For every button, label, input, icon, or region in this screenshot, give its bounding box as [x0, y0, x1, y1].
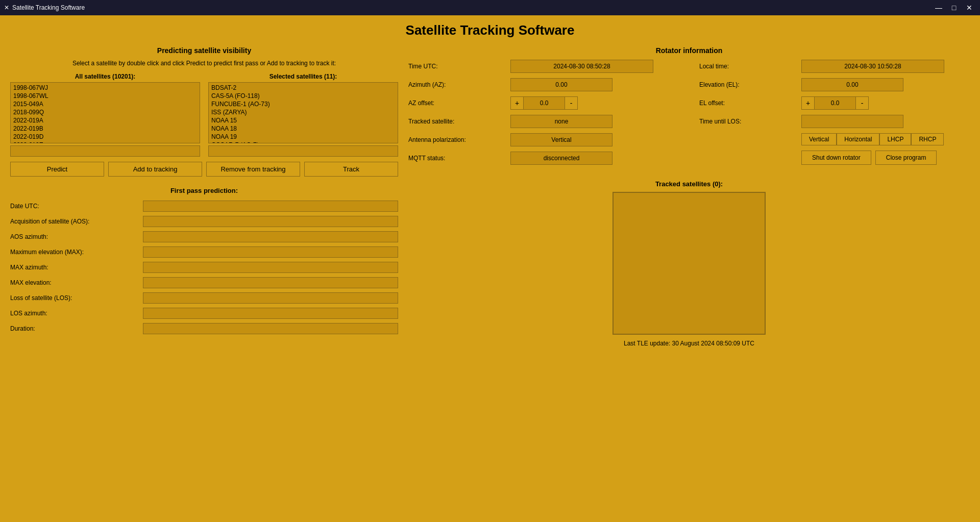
prediction-row: Maximum elevation (MAX): [10, 246, 398, 258]
tle-update-text: Last TLE update: 30 August 2024 08:50:09… [408, 340, 970, 347]
title-bar: ✕ Satellite Tracking Software — □ ✕ [0, 0, 980, 15]
polarization-buttons: VerticalHorizontalLHCPRHCP [801, 133, 944, 145]
az-offset-value: 0.0 [524, 96, 565, 110]
antenna-pol-field [510, 133, 612, 146]
all-sats-label: All satellites (10201): [10, 73, 200, 80]
azimuth-row: Azimuth (AZ): [408, 78, 679, 91]
el-offset-minus-button[interactable]: - [855, 96, 869, 110]
list-item[interactable]: 2022-019B [12, 125, 199, 133]
app-icon: ✕ [4, 4, 9, 11]
prediction-field-label: Acquisition of satellite (AOS): [10, 218, 143, 225]
mqtt-status-field [510, 152, 612, 165]
page-title: Satellite Tracking Software [10, 22, 970, 38]
selected-satellites-section: Selected satellites (11): BDSAT-2CAS-5A … [208, 73, 398, 157]
maximize-button[interactable]: □ [947, 3, 961, 13]
prediction-row: Date UTC: [10, 201, 398, 212]
azimuth-label: Azimuth (AZ): [408, 81, 510, 88]
rotator-left-col: Time UTC: Azimuth (AZ): AZ offset: + 0.0 [408, 60, 679, 170]
antenna-pol-row: Antenna polarization: [408, 133, 679, 146]
prediction-field-value [143, 292, 398, 304]
az-offset-group: + 0.0 - [510, 96, 578, 110]
close-program-button[interactable]: Close program [875, 151, 937, 165]
list-item[interactable]: CAS-5A (FO-118) [210, 92, 397, 100]
close-button[interactable]: ✕ [963, 3, 976, 13]
prediction-field-value [143, 308, 398, 319]
az-offset-plus-button[interactable]: + [510, 96, 524, 110]
polarization-button[interactable]: LHCP [879, 133, 911, 145]
main-content: Satellite Tracking Software Predicting s… [0, 15, 980, 352]
tracked-satellites-section: Tracked satellites (0): Last TLE update:… [408, 180, 970, 347]
time-utc-row: Time UTC: [408, 60, 679, 73]
el-offset-plus-button[interactable]: + [801, 96, 815, 110]
rotator-action-row: Shut down rotator Close program [699, 151, 970, 165]
all-sats-search[interactable] [10, 145, 200, 157]
azimuth-field [510, 78, 612, 91]
instruction-text: Select a satellite by double click and c… [10, 60, 398, 67]
time-until-los-label: Time until LOS: [699, 118, 801, 125]
remove-from-tracking-button[interactable]: Remove from tracking [206, 162, 300, 177]
prediction-field-value [143, 246, 398, 258]
rotator-right-col: Local time: Elevation (EL): EL offset: +… [699, 60, 970, 170]
all-satellites-list[interactable]: 1998-067WJ1998-067WL2015-049A2018-099Q20… [10, 82, 200, 143]
list-item[interactable]: 2022-019A [12, 116, 199, 125]
tracked-satellite-row: Tracked satellite: [408, 115, 679, 128]
selected-sats-label: Selected satellites (11): [208, 73, 398, 80]
antenna-pol-label: Antenna polarization: [408, 136, 510, 143]
add-to-tracking-button[interactable]: Add to tracking [108, 162, 202, 177]
local-time-field [801, 60, 944, 73]
list-item[interactable]: FUNCUBE-1 (AO-73) [210, 100, 397, 108]
list-item[interactable]: 1998-067WL [12, 92, 199, 100]
el-offset-value: 0.0 [815, 96, 855, 110]
list-item[interactable]: ISS (ZARYA) [210, 108, 397, 116]
minimize-button[interactable]: — [932, 3, 945, 13]
prediction-field-label: Maximum elevation (MAX): [10, 248, 143, 256]
prediction-row: MAX azimuth: [10, 262, 398, 273]
az-offset-label: AZ offset: [408, 100, 510, 107]
tracked-satellites-box [612, 192, 766, 335]
polarization-button[interactable]: RHCP [911, 133, 944, 145]
list-item[interactable]: NOAA 19 [210, 133, 397, 141]
action-buttons-row: Predict Add to tracking Remove from trac… [10, 162, 398, 177]
tracked-satellite-label: Tracked satellite: [408, 118, 510, 125]
elevation-field [801, 78, 903, 91]
shut-down-rotator-button[interactable]: Shut down rotator [801, 151, 871, 165]
time-until-los-field [801, 115, 903, 128]
az-offset-minus-button[interactable]: - [565, 96, 578, 110]
track-button[interactable]: Track [304, 162, 398, 177]
pol-buttons-row: VerticalHorizontalLHCPRHCP [699, 133, 970, 145]
predict-button[interactable]: Predict [10, 162, 104, 177]
list-item[interactable]: 2022-019E [12, 141, 199, 143]
right-panel: Rotator information Time UTC: Azimuth (A… [408, 46, 970, 347]
selected-sats-search[interactable] [208, 145, 398, 157]
list-item[interactable]: NOAA 18 [210, 125, 397, 133]
all-satellites-section: All satellites (10201): 1998-067WJ1998-0… [10, 73, 200, 157]
left-panel: Predicting satellite visibility Select a… [10, 46, 398, 347]
elevation-label: Elevation (EL): [699, 81, 801, 88]
local-time-row: Local time: [699, 60, 970, 73]
prediction-field-value [143, 231, 398, 242]
prediction-field-label: Loss of satellite (LOS): [10, 294, 143, 302]
prediction-row: Loss of satellite (LOS): [10, 292, 398, 304]
prediction-field-value [143, 262, 398, 273]
prediction-row: AOS azimuth: [10, 231, 398, 242]
selected-satellites-list[interactable]: BDSAT-2CAS-5A (FO-118)FUNCUBE-1 (AO-73)I… [208, 82, 398, 143]
list-item[interactable]: OSCAR-7 (AO-7) [210, 141, 397, 143]
predicting-section-title: Predicting satellite visibility [10, 46, 398, 55]
polarization-button[interactable]: Vertical [801, 133, 837, 145]
prediction-fields: Date UTC:Acquisition of satellite (AOS):… [10, 201, 398, 334]
prediction-section: First pass prediction: Date UTC:Acquisit… [10, 187, 398, 334]
tracked-satellite-field [510, 115, 612, 128]
list-item[interactable]: 1998-067WJ [12, 84, 199, 92]
prediction-field-label: AOS azimuth: [10, 233, 143, 240]
list-item[interactable]: NOAA 15 [210, 116, 397, 125]
list-item[interactable]: 2018-099Q [12, 108, 199, 116]
list-item[interactable]: 2022-019D [12, 133, 199, 141]
polarization-button[interactable]: Horizontal [837, 133, 879, 145]
prediction-field-label: Date UTC: [10, 203, 143, 210]
list-item[interactable]: BDSAT-2 [210, 84, 397, 92]
prediction-row: Acquisition of satellite (AOS): [10, 216, 398, 227]
prediction-field-value [143, 216, 398, 227]
prediction-field-value [143, 323, 398, 334]
list-item[interactable]: 2015-049A [12, 100, 199, 108]
prediction-field-value [143, 201, 398, 212]
